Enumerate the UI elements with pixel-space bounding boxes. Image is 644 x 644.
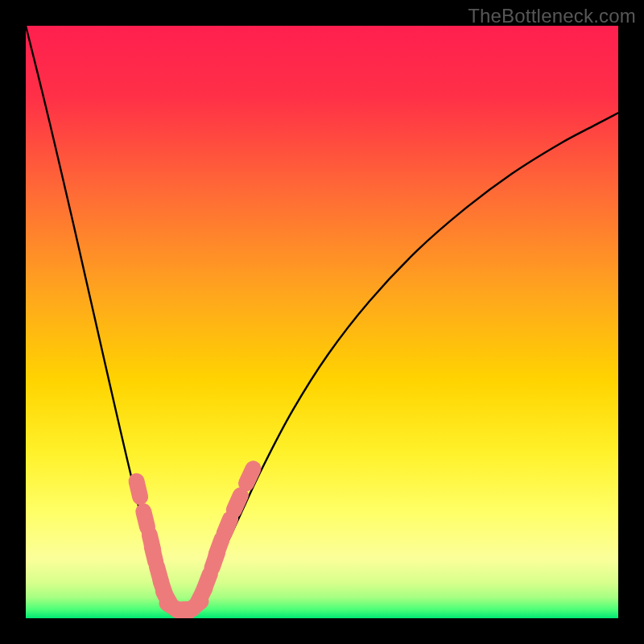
watermark-text: TheBottleneck.com: [468, 5, 636, 27]
svg-rect-1: [127, 472, 151, 507]
plot-area: [26, 26, 618, 618]
marker-capsule: [127, 472, 151, 507]
curve-layer: [26, 26, 618, 618]
chart-frame: TheBottleneck.com: [0, 0, 644, 644]
salmon-markers: [127, 458, 264, 618]
right-curve: [194, 113, 618, 609]
